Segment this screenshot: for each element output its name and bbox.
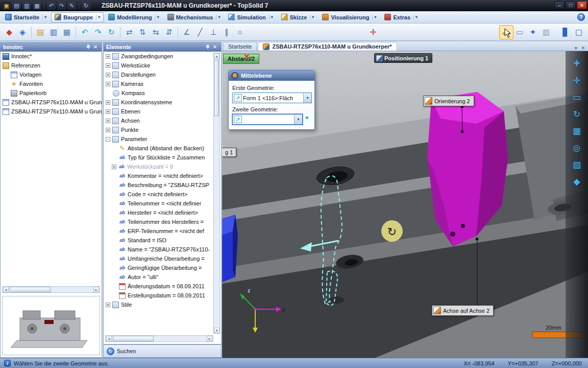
repeat-icon[interactable] (105, 26, 118, 39)
tab-visualisierung[interactable]: Visualisierung (318, 12, 380, 22)
tree-item-parameter[interactable]: -Parameter (104, 134, 221, 144)
horizontal-scrollbar[interactable] (105, 335, 213, 342)
chevron-down-icon[interactable] (96, 15, 100, 19)
chevron-down-icon[interactable] (216, 15, 220, 19)
section-view-icon[interactable]: ▧ (571, 158, 583, 171)
tree-item-kommentar[interactable]: Kommentar = <nicht definiert> (104, 171, 221, 180)
search-bar[interactable]: Suchen (103, 344, 222, 358)
scroll-left-icon[interactable] (3, 287, 9, 292)
open-document-icon[interactable]: ▥ (22, 2, 31, 10)
tree-item-werkstuecke[interactable]: +Werkstücke (104, 61, 221, 70)
align-icon[interactable] (149, 26, 162, 39)
positioning-tag[interactable]: Positionierung 1 (374, 53, 432, 63)
parallel-icon[interactable] (220, 26, 233, 39)
expander-icon[interactable]: + (106, 128, 110, 132)
tree-item-abstand[interactable]: Abstand (Abstand der Backen) (104, 144, 221, 153)
expander-icon[interactable]: + (106, 54, 110, 59)
viewport-plus-icon[interactable]: + (571, 57, 583, 70)
vertical-scrollbar[interactable] (213, 53, 220, 334)
expander-icon[interactable]: + (106, 82, 110, 86)
expander-icon[interactable]: + (106, 100, 110, 105)
open-document-icon[interactable] (47, 26, 60, 39)
constraint-tag-clipped[interactable]: g 1 (222, 148, 236, 157)
tab-baugruppe[interactable]: Baugruppe (51, 12, 104, 22)
second-geometry-select[interactable] (232, 114, 303, 125)
dropdown-icon[interactable] (294, 114, 302, 124)
tree-item-achsen[interactable]: +Achsen (104, 116, 221, 125)
scroll-left-icon[interactable] (106, 336, 112, 341)
card-icon[interactable] (513, 26, 526, 39)
tree-item-zwangsbedingungen[interactable]: +Zwangsbedingungen (104, 52, 221, 61)
expander-icon[interactable]: + (106, 303, 110, 307)
horizontal-scrollbar[interactable] (2, 286, 100, 293)
tab-modellierung[interactable]: Modellierung (105, 12, 162, 22)
rotate-handle[interactable]: ↻ (381, 220, 403, 242)
tab-startseite[interactable]: Startseite (2, 12, 50, 22)
tree-item-standard[interactable]: Standard = ISO (104, 236, 221, 245)
document-stack-icon[interactable] (60, 26, 74, 39)
chevron-down-icon[interactable] (269, 15, 273, 19)
constraint-tag-abstand[interactable]: Abstand/2 (223, 54, 259, 64)
first-geometry-select[interactable]: Form 1 <116>:Fläch (232, 93, 312, 103)
expander-icon[interactable]: + (106, 63, 110, 68)
scroll-right-icon[interactable] (207, 336, 212, 341)
help-button[interactable]: ? (577, 13, 585, 21)
tab-mechanismus[interactable]: Mechanismus (164, 12, 224, 22)
expander-icon[interactable]: + (106, 109, 110, 114)
tree-item-umfangreiche-ueberarbeitung[interactable]: Umfangreiche Überarbeitung = (104, 254, 221, 263)
tab-list-icon[interactable] (575, 45, 577, 51)
tree-item-stile[interactable]: +Stile (104, 300, 221, 309)
target-icon[interactable] (366, 26, 380, 39)
expander-icon[interactable]: + (112, 165, 116, 169)
part-preview[interactable] (2, 296, 100, 355)
scrollbar-thumb[interactable] (214, 60, 219, 116)
new-document-icon[interactable] (34, 26, 47, 39)
pan-icon[interactable]: ✛ (571, 74, 583, 86)
scrollbar-thumb[interactable] (10, 287, 51, 292)
redo-rotate-icon[interactable] (91, 26, 105, 39)
angle-icon[interactable] (180, 26, 193, 39)
tree-item-name[interactable]: Name = "ZSBAU-RTZSP76x110- (104, 245, 221, 254)
tree-item-erp-teilenummer[interactable]: ERP-Teilenummer = <nicht def (104, 226, 221, 236)
swap-horizontal-icon[interactable] (122, 26, 136, 39)
doc-tab-startseite[interactable]: Startseite (223, 42, 257, 51)
scroll-up-icon[interactable] (214, 53, 219, 59)
tree-item-kameras[interactable]: +Kameras (104, 79, 221, 88)
innotec-item-vorlagen[interactable]: Vorlagen (1, 70, 102, 79)
tree-item-punkte[interactable]: +Punkte (104, 125, 221, 134)
doc-tab-active[interactable]: ZSBAU-RTZSP76x110-MAM u Grundkoerper* (258, 42, 397, 51)
scrollbar-thumb[interactable] (113, 336, 154, 341)
tree-item-hersteller[interactable]: Hersteller = <nicht definiert> (104, 208, 221, 217)
close-tab-icon[interactable] (581, 45, 585, 51)
tree-item-ebenen[interactable]: +Ebenen (104, 107, 221, 116)
tree-item-teilenummer[interactable]: Teilenummer = <nicht definier (104, 199, 221, 208)
pin-icon[interactable] (85, 44, 92, 51)
tree-item-geringfuegige-ueberarbeitung[interactable]: Geringfügige Überarbeitung = (104, 263, 221, 272)
edit-icon[interactable]: ✎ (67, 2, 76, 10)
close-icon[interactable] (92, 44, 99, 51)
mirror-icon[interactable] (162, 26, 176, 39)
rotate-view-icon[interactable]: ↻ (571, 108, 583, 120)
tab-simulation[interactable]: Simulation (225, 12, 276, 22)
dialog-header[interactable]: Mittelebene (229, 71, 314, 81)
tab-extras[interactable]: Extras (381, 12, 421, 22)
constraint-label-orientierung[interactable]: Orientierung 2 (423, 96, 474, 106)
line-icon[interactable] (193, 26, 207, 39)
expander-icon[interactable]: + (106, 73, 110, 77)
view-grid-icon[interactable]: ▦ (571, 125, 583, 137)
tree-item-autor[interactable]: Autor = "ulli" (104, 272, 221, 282)
shaded-view-icon[interactable]: ◆ (571, 175, 583, 188)
tree-item-erstellungsdatum[interactable]: Erstellungsdatum = 08.09.2011 (104, 291, 221, 300)
insert-part-icon[interactable] (3, 26, 16, 39)
expander-icon[interactable]: - (106, 137, 110, 142)
new-document-icon[interactable]: ▤ (12, 2, 21, 10)
pin-icon[interactable] (204, 44, 211, 51)
perpendicular-icon[interactable] (207, 26, 220, 39)
redo-icon[interactable]: ↷ (57, 2, 66, 10)
scroll-down-icon[interactable] (214, 328, 219, 333)
undo-icon[interactable]: ↶ (47, 2, 56, 10)
maximize-button[interactable]: □ (566, 1, 576, 9)
innotec-item-favoriten[interactable]: Favoriten (1, 79, 102, 88)
innotec-item-document[interactable]: ZSBAU-RTZSP76x110-MAM u Grun (1, 98, 102, 107)
key-icon[interactable] (526, 26, 540, 39)
